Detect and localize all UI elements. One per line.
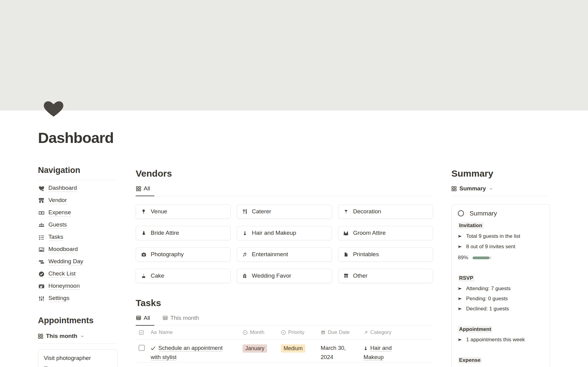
people-icon xyxy=(38,222,45,228)
vendor-card-label: Other xyxy=(353,272,368,279)
circle-icon xyxy=(458,210,464,216)
utensils-icon xyxy=(242,209,247,214)
sidebar-item-dashboard[interactable]: Dashboard xyxy=(38,182,118,194)
text-property-icon: Aa xyxy=(151,330,157,335)
image-icon xyxy=(38,246,45,253)
sidebar-item-label: Wedding Day xyxy=(48,258,83,265)
summary-bullet: 8 out of 9 invites sent xyxy=(458,244,544,250)
cake-icon xyxy=(141,273,146,279)
summary-bullet: Total 9 guests in the list xyxy=(458,233,544,239)
banknote-icon xyxy=(38,210,45,216)
vendor-card-label: Wedding Favor xyxy=(252,272,291,279)
lipstick-icon xyxy=(242,230,247,236)
vendor-card-label: Decoration xyxy=(353,208,381,215)
arrow-bullet-icon xyxy=(458,245,462,249)
cover-image xyxy=(0,0,588,110)
vendor-card-other[interactable]: Other xyxy=(338,269,433,283)
vendor-card-decoration[interactable]: Decoration xyxy=(338,204,433,219)
summary-heading: Summary xyxy=(451,168,550,179)
sidebar-item-label: Honeymoon xyxy=(48,283,80,290)
table-icon xyxy=(163,315,168,320)
column-header-name[interactable]: Aa Name xyxy=(151,329,243,335)
vendors-tab-all[interactable]: All xyxy=(136,185,154,196)
sidebar-item-settings[interactable]: Settings xyxy=(38,292,118,305)
vendor-card-wedding-favor[interactable]: Wedding Favor xyxy=(237,269,332,283)
task-priority-cell[interactable]: Medium xyxy=(281,343,321,353)
task-name-cell[interactable]: Schedule an appointment with stylist xyxy=(151,343,243,362)
vendor-card-entertainment[interactable]: Entertainment xyxy=(237,247,332,262)
summary-card-title: Summary xyxy=(469,210,497,217)
appointment-card-title: Visit photographer xyxy=(44,355,112,361)
sidebar-item-tasks[interactable]: Tasks xyxy=(38,231,118,243)
arrow-bullet-icon xyxy=(458,297,462,301)
file-icon xyxy=(343,252,349,257)
sidebar-item-label: Tasks xyxy=(48,234,63,241)
vendor-card-caterer[interactable]: Caterer xyxy=(237,204,332,219)
section-label-invitation: Invitation xyxy=(458,222,484,229)
sliders-icon xyxy=(38,295,45,301)
sidebar-item-wedding-day[interactable]: Wedding Day xyxy=(38,256,118,268)
arrow-bullet-icon xyxy=(458,287,462,290)
heart-icon[interactable] xyxy=(42,97,65,119)
priority-badge: Medium xyxy=(281,344,305,353)
main-content: Vendors All Venue Caterer Decoration Bri… xyxy=(136,168,433,363)
summary-bullet: Pending: 0 guests xyxy=(458,296,544,302)
vendor-card-label: Cake xyxy=(151,272,164,279)
gallery-grid-icon xyxy=(38,334,43,339)
check-icon xyxy=(151,346,156,350)
progress-percent: 89% xyxy=(458,255,468,261)
column-header-priority[interactable]: Priority xyxy=(281,329,321,335)
sidebar-item-moodboard[interactable]: Moodboard xyxy=(38,243,118,256)
task-title-link[interactable]: Schedule an appointment with stylist xyxy=(151,345,223,360)
vendor-card-hair-makeup[interactable]: Hair and Makeup xyxy=(237,226,332,240)
tasks-tab-this-month[interactable]: This month xyxy=(162,315,203,325)
heart-arrow-icon xyxy=(38,185,45,191)
sidebar-item-vendor[interactable]: Vendor xyxy=(38,194,118,207)
column-header-due-date[interactable]: Due Date xyxy=(321,329,364,335)
sidebar-item-label: Check List xyxy=(48,270,76,278)
tab-label: All xyxy=(144,185,150,192)
sidebar-item-label: Guests xyxy=(48,221,67,229)
select-property-icon xyxy=(243,330,248,335)
summary-view-selector[interactable]: Summary xyxy=(451,185,550,196)
progress-fill xyxy=(473,257,489,259)
vendor-card-bride-attire[interactable]: Bride Attire xyxy=(136,226,231,240)
vendor-card-groom-attire[interactable]: Groom Attire xyxy=(338,226,433,240)
tasks-heading: Tasks xyxy=(136,297,433,309)
vendor-card-printables[interactable]: Printables xyxy=(338,247,433,262)
page-title[interactable]: Dashboard xyxy=(38,130,114,146)
navigation-heading: Navigation xyxy=(38,165,118,175)
vendor-card-photography[interactable]: Photography xyxy=(136,247,231,262)
vendor-card-cake[interactable]: Cake xyxy=(136,269,231,283)
task-due-date-cell[interactable]: March 30, 2024 xyxy=(321,343,364,362)
sidebar-item-check-list[interactable]: Check List xyxy=(38,268,118,280)
sidebar-item-guests[interactable]: Guests xyxy=(38,219,118,231)
vendor-card-venue[interactable]: Venue xyxy=(136,204,231,219)
summary-card[interactable]: Summary Invitation Total 9 guests in the… xyxy=(451,204,550,367)
tasks-tab-all[interactable]: All xyxy=(136,315,154,326)
sidebar-item-expense[interactable]: Expense xyxy=(38,207,118,219)
gift-icon xyxy=(242,273,247,279)
view-label: This month xyxy=(46,333,77,339)
tasks-tabbar: All This month xyxy=(136,315,433,326)
airplane-icon xyxy=(38,283,45,289)
appointment-card[interactable]: Visit photographer xyxy=(38,349,118,367)
sidebar-item-label: Dashboard xyxy=(48,185,77,192)
appointments-heading: Appointments xyxy=(38,316,118,325)
month-badge: January xyxy=(243,344,267,353)
vendor-card-label: Venue xyxy=(151,208,167,215)
task-category-cell[interactable]: Hair and Makeup xyxy=(364,343,401,362)
column-header-category[interactable]: Category xyxy=(364,329,433,335)
row-checkbox[interactable] xyxy=(139,345,145,351)
calendar-icon xyxy=(321,330,326,335)
vendor-card-label: Photography xyxy=(151,251,184,258)
bars-icon xyxy=(38,259,45,265)
date-icon xyxy=(44,366,112,367)
task-month-cell[interactable]: January xyxy=(243,343,281,353)
column-header-month[interactable]: Month xyxy=(243,329,281,335)
vendors-heading: Vendors xyxy=(136,168,433,179)
checklist-icon xyxy=(38,234,45,240)
storefront-icon xyxy=(343,273,349,279)
appointments-view-selector[interactable]: This month xyxy=(38,333,118,344)
sidebar-item-honeymoon[interactable]: Honeymoon xyxy=(38,280,118,292)
